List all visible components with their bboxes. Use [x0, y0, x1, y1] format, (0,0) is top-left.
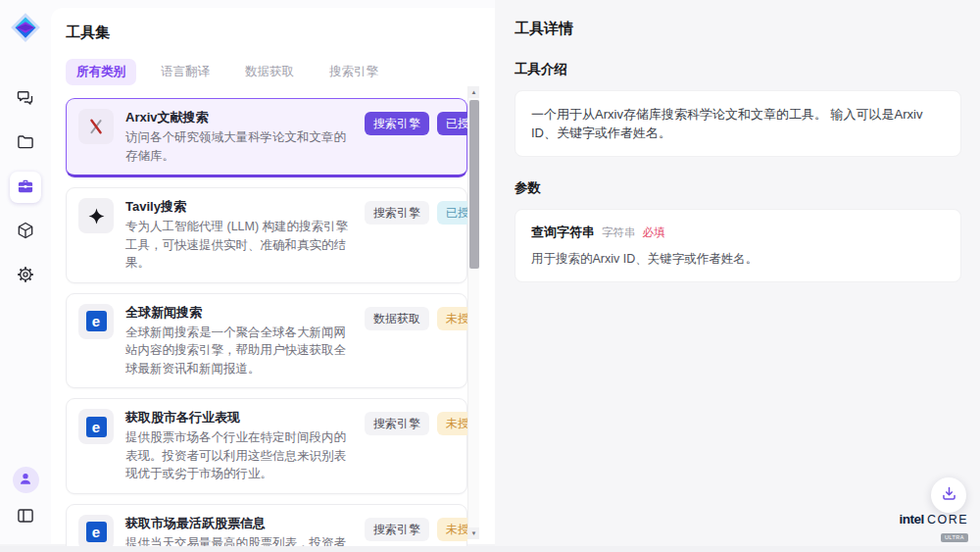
scrollbar-thumb[interactable]	[469, 100, 479, 269]
rail-bottom	[10, 467, 41, 544]
user-avatar[interactable]	[13, 467, 39, 493]
tool-text: Arxiv文献搜索 访问各个研究领域大量科学论文和文章的存储库。	[125, 109, 353, 165]
tool-category-badge: 搜索引擎	[365, 518, 429, 541]
tool-auth-badge: 已授权	[437, 201, 467, 225]
tool-name: Tavily搜索	[125, 198, 353, 216]
tool-auth-badge: 未授权	[437, 412, 467, 435]
toolbox-icon	[16, 176, 35, 199]
folder-icon	[16, 132, 35, 155]
detail-title: 工具详情	[514, 20, 960, 38]
intro-heading: 工具介绍	[514, 61, 960, 78]
tab-data-acquisition[interactable]: 数据获取	[234, 59, 305, 85]
tool-badges: 搜索引擎 已授权	[365, 109, 467, 165]
tool-auth-badge: 未授权	[437, 518, 467, 541]
tool-text: 获取股市各行业表现 提供股票市场各个行业在特定时间段内的表现。投资者可以利用这些…	[125, 409, 353, 483]
tool-description: 全球新闻搜索是一个聚合全球各大新闻网站内容的搜索引擎，帮助用户快速获取全球最新资…	[125, 324, 353, 378]
cube-icon	[16, 221, 35, 243]
nav-panel-toggle-button[interactable]	[10, 501, 41, 532]
tool-description: 提供股票市场各个行业在特定时间段内的表现。投资者可以利用这些信息来识别表现优于或…	[125, 428, 353, 483]
arxiv-icon	[78, 109, 114, 144]
parameter-header: 查询字符串 字符串 必填	[531, 224, 945, 241]
juhe-icon: e	[78, 304, 114, 339]
tool-name: 获取市场最活跃股票信息	[125, 515, 353, 532]
tool-description: 访问各个研究领域大量科学论文和文章的存储库。	[125, 128, 353, 165]
tool-name: 获取股市各行业表现	[125, 409, 353, 427]
tool-badges: 搜索引擎 未授权	[365, 409, 467, 483]
parameter-required-flag: 必填	[643, 226, 665, 240]
parameter-type: 字符串	[602, 226, 636, 240]
nav-settings-button[interactable]	[10, 260, 41, 291]
tool-intro-card: 一个用于从Arxiv存储库搜索科学论文和文章的工具。 输入可以是Arxiv ID…	[514, 90, 961, 157]
tab-all-categories[interactable]: 所有类别	[66, 59, 136, 85]
tool-category-badge: 搜索引擎	[365, 412, 429, 435]
parameter-card: 查询字符串 字符串 必填 用于搜索的Arxiv ID、关键字或作者姓名。	[514, 209, 961, 282]
nav-models-button[interactable]	[10, 216, 41, 247]
nav-tools-button[interactable]	[10, 172, 41, 203]
page-title: 工具集	[66, 24, 495, 42]
juhe-icon: e	[78, 409, 114, 444]
nav-rail	[0, 0, 51, 544]
tool-list-panel: 工具集 所有类别 语言翻译 数据获取 搜索引擎 Arxiv文献搜索 访问各个研究…	[51, 0, 495, 544]
juhe-icon: e	[78, 515, 114, 550]
gear-icon	[16, 265, 35, 287]
intel-core-logo: intelcore ultra	[900, 511, 968, 542]
download-icon	[940, 484, 958, 506]
list-scrollbar[interactable]: ▲ ▼	[467, 86, 479, 539]
panel-toggle-icon	[16, 506, 35, 528]
tool-name: Arxiv文献搜索	[125, 109, 353, 126]
tool-badges: 数据获取 未授权	[365, 304, 467, 378]
download-button[interactable]	[931, 477, 966, 513]
tool-text: Tavily搜索 专为人工智能代理 (LLM) 构建的搜索引擎工具，可快速提供实…	[125, 198, 353, 273]
tool-category-badge: 搜索引擎	[365, 112, 429, 135]
rail-nav	[10, 83, 41, 291]
parameter-description: 用于搜索的Arxiv ID、关键字或作者姓名。	[531, 250, 945, 268]
scrollbar-down-arrow-icon[interactable]: ▼	[468, 527, 479, 539]
tool-list: Arxiv文献搜索 访问各个研究领域大量科学论文和文章的存储库。 搜索引擎 已授…	[66, 98, 467, 551]
nav-chat-button[interactable]	[10, 83, 41, 115]
tool-badges: 搜索引擎 已授权	[365, 198, 467, 273]
window-bottom-edge	[0, 546, 980, 552]
tab-language-translation[interactable]: 语言翻译	[150, 59, 220, 85]
brand-ultra-badge: ultra	[941, 533, 968, 542]
brand-core: core	[927, 513, 968, 527]
app-logo-icon	[9, 11, 42, 44]
tool-description: 专为人工智能代理 (LLM) 构建的搜索引擎工具，可快速提供实时、准确和真实的结…	[125, 218, 353, 273]
chat-icon	[16, 88, 35, 111]
tool-category-badge: 搜索引擎	[365, 201, 429, 225]
nav-files-button[interactable]	[10, 127, 41, 159]
tool-card[interactable]: e 全球新闻搜索 全球新闻搜索是一个聚合全球各大新闻网站内容的搜索引擎，帮助用户…	[66, 293, 467, 389]
tool-text: 全球新闻搜索 全球新闻搜索是一个聚合全球各大新闻网站内容的搜索引擎，帮助用户快速…	[125, 304, 353, 378]
person-icon	[18, 471, 33, 489]
brand-intel: intel	[900, 512, 924, 527]
category-tabs: 所有类别 语言翻译 数据获取 搜索引擎	[66, 59, 495, 85]
tab-search-engine[interactable]: 搜索引擎	[318, 59, 389, 85]
tool-card[interactable]: Tavily搜索 专为人工智能代理 (LLM) 构建的搜索引擎工具，可快速提供实…	[66, 187, 467, 283]
parameter-name: 查询字符串	[531, 224, 595, 241]
tool-auth-badge: 未授权	[437, 307, 467, 330]
tool-card[interactable]: e 获取股市各行业表现 提供股票市场各个行业在特定时间段内的表现。投资者可以利用…	[66, 398, 467, 494]
tavily-icon	[78, 198, 114, 233]
tool-card[interactable]: e 获取市场最活跃股票信息 提供当天交易量最高的股票列表，投资者可以利用这些信息…	[66, 504, 467, 552]
tool-name: 全球新闻搜索	[125, 304, 353, 322]
tool-detail-panel: 工具详情 工具介绍 一个用于从Arxiv存储库搜索科学论文和文章的工具。 输入可…	[495, 0, 980, 552]
tool-auth-badge: 已授权	[437, 112, 467, 135]
scrollbar-up-arrow-icon[interactable]: ▲	[468, 86, 479, 98]
tool-category-badge: 数据获取	[365, 307, 429, 330]
params-heading: 参数	[514, 179, 960, 197]
tool-card[interactable]: Arxiv文献搜索 访问各个研究领域大量科学论文和文章的存储库。 搜索引擎 已授…	[66, 98, 467, 177]
